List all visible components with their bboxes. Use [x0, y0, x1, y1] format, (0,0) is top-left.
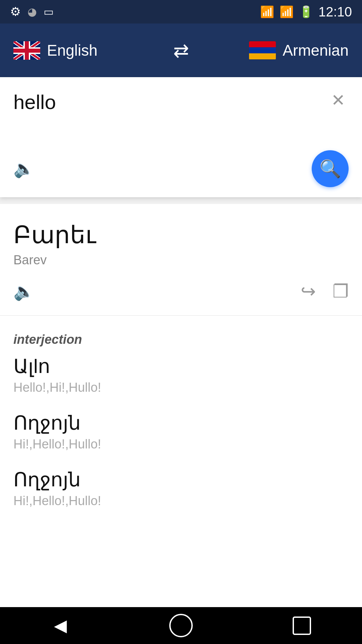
flag-orange-stripe: [249, 53, 276, 59]
definition-item-3: Ողջոյն Hi!,Hello!,Hullo!: [13, 468, 349, 508]
flag-blue-stripe: [249, 47, 276, 53]
swap-languages-button[interactable]: ⇄: [173, 40, 189, 61]
input-speaker-button[interactable]: 🔈: [13, 159, 34, 178]
sync-icon: ◕: [27, 5, 37, 18]
uk-flag-cross: [13, 41, 40, 60]
status-icons-right: 📶 📶 🔋 12:10: [260, 4, 352, 19]
translation-input[interactable]: hello: [13, 91, 328, 137]
armenian-flag: [249, 41, 276, 60]
input-actions: 🔈 🔍: [13, 150, 349, 187]
bottom-navigation: ◀: [0, 607, 362, 644]
status-icons-left: ⚙ ◕ ▭: [10, 5, 54, 19]
definitions-area: interjection Ալlո Hello!,Hi!,Hullo! Ողջո…: [0, 316, 362, 607]
input-row: hello ✕: [13, 91, 349, 137]
source-language-selector[interactable]: English: [13, 41, 173, 60]
clear-icon: ✕: [331, 91, 345, 110]
def-english-2: Hi!,Hello!,Hullo!: [13, 437, 349, 451]
uk-flag: [13, 41, 40, 60]
battery-icon: 🔋: [299, 5, 313, 18]
share-icon: ↪: [301, 281, 316, 301]
definition-item-1: Ալlո Hello!,Hi!,Hullo!: [13, 355, 349, 395]
romanized-text: Barev: [13, 253, 349, 267]
recents-icon: [293, 616, 311, 635]
back-button[interactable]: ◀: [47, 612, 74, 639]
time-display: 12:10: [318, 4, 352, 19]
clear-input-button[interactable]: ✕: [328, 91, 349, 110]
def-armenian-1: Ալlո: [13, 355, 349, 378]
sdcard-icon: ▭: [44, 5, 54, 18]
translated-main-text: Բարեւ: [13, 221, 349, 249]
language-header: English ⇄ Armenian: [0, 23, 362, 77]
target-language-selector[interactable]: Armenian: [189, 41, 349, 60]
speaker-icon: 🔈: [13, 159, 34, 178]
translation-actions: 🔈 ↪ ❐: [13, 281, 349, 302]
wifi-icon: 📶: [260, 5, 274, 18]
copy-icon: ❐: [333, 281, 349, 301]
flag-red-stripe: [249, 41, 276, 47]
back-icon: ◀: [54, 616, 67, 635]
home-icon: [169, 614, 193, 637]
signal-icon: 📶: [280, 5, 294, 18]
input-area: hello ✕ 🔈 🔍: [0, 77, 362, 197]
search-icon: 🔍: [319, 159, 341, 179]
target-language-label: Armenian: [283, 41, 349, 59]
translation-speaker-button[interactable]: 🔈: [13, 282, 34, 301]
search-translate-button[interactable]: 🔍: [312, 150, 349, 187]
translation-result-area: Բարեւ Barev 🔈 ↪ ❐: [0, 204, 362, 316]
status-bar: ⚙ ◕ ▭ 📶 📶 🔋 12:10: [0, 0, 362, 23]
def-armenian-2: Ողջոյն: [13, 412, 349, 434]
def-english-3: Hi!,Hello!,Hullo!: [13, 494, 349, 508]
swap-icon-symbol: ⇄: [173, 40, 189, 61]
home-button[interactable]: [168, 612, 194, 639]
settings-icon: ⚙: [10, 5, 21, 19]
copy-button[interactable]: ❐: [333, 281, 349, 302]
share-button[interactable]: ↪: [301, 281, 316, 302]
def-armenian-3: Ողջոյն: [13, 468, 349, 491]
source-language-label: English: [47, 41, 98, 59]
definition-item-2: Ողջոյն Hi!,Hello!,Hullo!: [13, 412, 349, 451]
recents-button[interactable]: [288, 612, 315, 639]
def-english-1: Hello!,Hi!,Hullo!: [13, 380, 349, 395]
translation-speaker-icon: 🔈: [13, 282, 34, 301]
part-of-speech-label: interjection: [13, 332, 349, 347]
